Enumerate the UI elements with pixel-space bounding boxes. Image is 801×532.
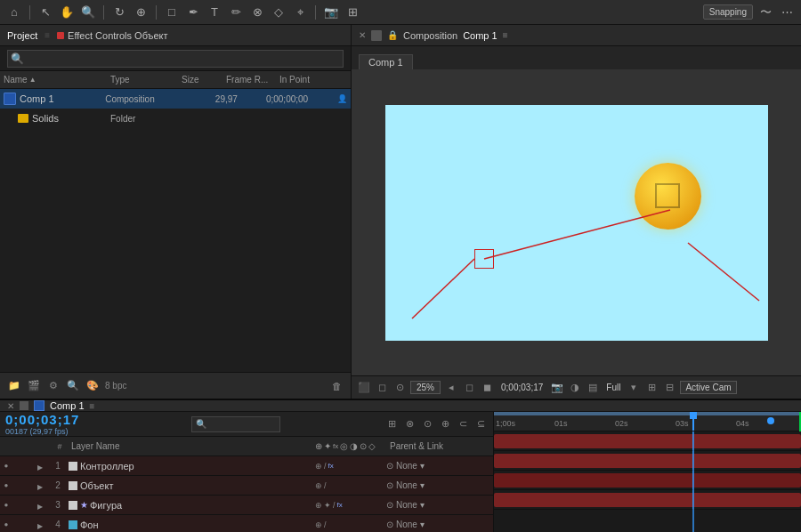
stamp-icon[interactable]: ⊗ xyxy=(248,4,266,21)
snapping-button[interactable]: Snapping xyxy=(703,4,753,20)
new-comp-icon[interactable]: 🎬 xyxy=(27,379,41,393)
settings-icon[interactable]: ⚙ xyxy=(46,379,61,393)
separator-3 xyxy=(156,5,157,20)
layer-expand-icon[interactable]: ▶ xyxy=(37,520,50,530)
timeline-menu-icon[interactable]: ≡ xyxy=(90,401,95,411)
motion-blur-switch[interactable]: ⊕ xyxy=(315,481,322,490)
color-icon[interactable]: 🎨 xyxy=(85,379,100,393)
parent-dropdown[interactable]: ▾ xyxy=(420,461,425,471)
comp-tab-bar: Comp 1 xyxy=(352,46,801,69)
layer-row[interactable]: ● ▶ 2 Объект ⊕ / ⊙ None ▾ xyxy=(0,476,493,496)
parent-dropdown[interactable]: ▾ xyxy=(420,500,425,510)
camera-icon[interactable]: 📷 xyxy=(322,4,340,21)
comp-mini-icon[interactable]: ⊞ xyxy=(384,417,399,431)
small-square xyxy=(474,249,494,269)
quality-arrow[interactable]: ▾ xyxy=(627,381,641,395)
zoom-display[interactable]: 25% xyxy=(410,381,441,394)
layer-eye-icon[interactable]: ● xyxy=(0,520,12,528)
brush-icon[interactable]: ✏ xyxy=(227,4,245,21)
render-icon[interactable]: ⬛ xyxy=(357,381,371,395)
comp-menu-icon[interactable]: ≡ xyxy=(503,30,508,40)
layer-expand-icon[interactable]: ▶ xyxy=(37,500,50,511)
effect-controls-label: Effect Controls Объект xyxy=(68,30,167,41)
table-row[interactable]: Comp 1 Composition 29,97 0;00;00;00 👤 xyxy=(0,89,351,109)
motion-blur-switch[interactable]: ⊕ xyxy=(315,520,322,529)
layer-link-icon[interactable]: ⊗ xyxy=(402,417,417,431)
fit-icon[interactable]: ◻ xyxy=(462,381,476,395)
new-folder-icon[interactable]: 📁 xyxy=(7,379,21,393)
fx-switch[interactable]: fx xyxy=(337,501,343,509)
comp-close[interactable]: ✕ xyxy=(359,30,366,40)
composition-panel: ✕ 🔒 Composition Comp 1 ≡ Comp 1 xyxy=(352,25,801,399)
eraser-icon[interactable]: ◇ xyxy=(270,4,287,21)
project-tab[interactable]: Project xyxy=(7,30,37,41)
layer-rows: ● ▶ 1 Контроллер ⊕ / fx ⊙ None ▾ xyxy=(0,456,493,532)
select-icon[interactable]: ↖ xyxy=(36,4,54,21)
alpha-icon[interactable]: ⊙ xyxy=(392,381,407,395)
puppet-icon[interactable]: ⌖ xyxy=(291,4,309,21)
track-bar-4 xyxy=(494,493,801,507)
comp-header-icon xyxy=(371,30,382,41)
motion-blur-switch[interactable]: ⊕ xyxy=(315,501,322,510)
viewport-canvas xyxy=(385,105,768,341)
delete-icon[interactable]: 🗑 xyxy=(329,379,344,393)
effect-controls-tab[interactable]: Effect Controls Объект xyxy=(57,30,167,41)
pen-icon[interactable]: ✒ xyxy=(184,4,202,21)
timeline-controls: 0;00;03;17 00187 (29,97 fps) 🔍 ⊞ ⊗ ⊙ ⊕ ⊂… xyxy=(0,412,493,437)
camera-snap-icon[interactable]: 📷 xyxy=(550,381,564,395)
transparency-icon[interactable]: ⊟ xyxy=(662,381,676,395)
home-icon[interactable]: ⌂ xyxy=(5,4,23,21)
essential-props-icon[interactable]: ⊆ xyxy=(473,417,488,431)
channels-icon[interactable]: ▤ xyxy=(586,381,600,395)
viewer-icon[interactable]: ◼ xyxy=(480,381,494,395)
text-icon[interactable]: T xyxy=(206,4,223,21)
comp-tab[interactable]: Comp 1 xyxy=(359,54,413,69)
playhead[interactable] xyxy=(692,412,694,431)
hand-icon[interactable]: ✋ xyxy=(58,4,76,21)
sun-shape xyxy=(635,163,701,230)
layer-parent-cell: ⊙ None ▾ xyxy=(386,480,493,490)
expression-icon[interactable]: ⋯ xyxy=(778,4,796,21)
search-wrap: 🔍 xyxy=(7,50,344,68)
region-icon[interactable]: ⊞ xyxy=(644,381,659,395)
expressions-icon[interactable]: ⊙ xyxy=(420,417,434,431)
preview-icon[interactable]: ◻ xyxy=(375,381,389,395)
playhead-line-3 xyxy=(692,471,694,489)
motion-path-lines xyxy=(385,105,768,341)
layer-row[interactable]: ● ▶ 1 Контроллер ⊕ / fx ⊙ None ▾ xyxy=(0,456,493,476)
col-name: Name ▲ xyxy=(0,75,107,85)
table-row[interactable]: Solids Folder xyxy=(0,109,351,128)
parent-dropdown[interactable]: ▾ xyxy=(420,480,425,490)
viewport[interactable] xyxy=(352,69,801,375)
zoom-icon[interactable]: 🔍 xyxy=(79,4,97,21)
anchor-icon[interactable]: ⊕ xyxy=(132,4,150,21)
rect-icon[interactable]: □ xyxy=(163,4,181,21)
effects-icon[interactable]: ⊕ xyxy=(438,417,452,431)
layer-expand-icon[interactable]: ▶ xyxy=(37,480,50,491)
color-mode-icon[interactable]: ◑ xyxy=(568,381,582,395)
rotate-icon[interactable]: ↻ xyxy=(110,4,128,21)
timeline-search[interactable]: 🔍 xyxy=(191,416,280,432)
markers-icon[interactable]: ⊂ xyxy=(456,417,470,431)
timeline-panel-header: ✕ Comp 1 ≡ xyxy=(0,400,801,412)
null-icon[interactable]: ⊞ xyxy=(344,4,361,21)
layer-row[interactable]: ● ▶ 4 Фон ⊕ / ⊙ None ▾ xyxy=(0,515,493,532)
comp-row-icon: 👤 xyxy=(337,94,347,103)
layer-slash: / xyxy=(324,481,327,490)
layer-eye-icon[interactable]: ● xyxy=(0,481,12,489)
layer-eye-icon[interactable]: ● xyxy=(0,462,12,470)
zoom-out-icon[interactable]: ◂ xyxy=(444,381,458,395)
timeline-close[interactable]: ✕ xyxy=(7,401,14,411)
layer-color xyxy=(69,520,77,529)
fx-switch[interactable]: fx xyxy=(328,462,334,470)
layer-row[interactable]: ● ▶ 3 ★ Фигура ⊕ ✦ / fx xyxy=(0,496,493,515)
project-table: Comp 1 Composition 29,97 0;00;00;00 👤 So… xyxy=(0,89,351,372)
search-input[interactable] xyxy=(7,50,344,68)
motion-sketch-icon[interactable]: 〜 xyxy=(756,4,774,21)
parent-dropdown[interactable]: ▾ xyxy=(420,520,425,529)
layer-eye-icon[interactable]: ● xyxy=(0,501,12,509)
layer-expand-icon[interactable]: ▶ xyxy=(37,461,50,472)
search-replace-icon[interactable]: 🔍 xyxy=(66,379,80,393)
motion-blur-switch[interactable]: ⊕ xyxy=(315,462,322,471)
active-camera-button[interactable]: Active Cam xyxy=(680,381,736,394)
